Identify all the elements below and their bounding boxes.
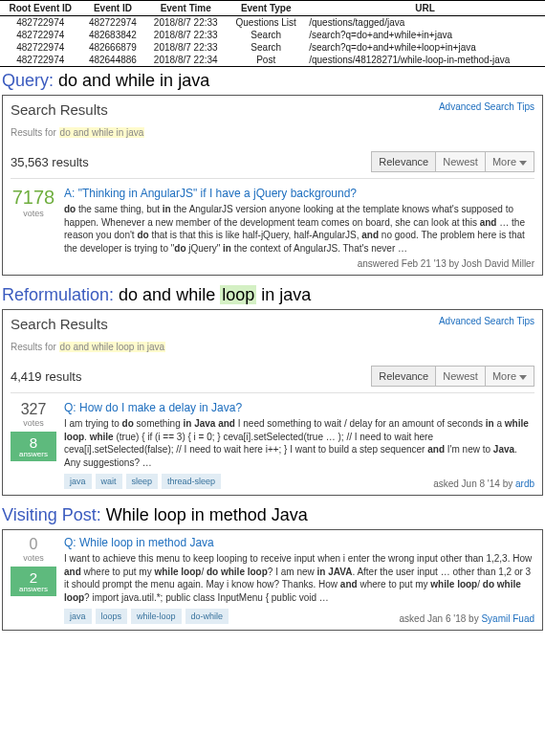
tag[interactable]: java	[64, 609, 92, 624]
event-table: Root Event ID Event ID Event Time Event …	[0, 0, 545, 67]
sort-group: Relevance Newest More	[372, 366, 534, 387]
section-label-visiting: Visiting Post: While loop in method Java	[0, 501, 545, 527]
panel-reformulation-results: Search Results Advanced Search Tips Resu…	[2, 309, 543, 496]
table-row: 4827229744826448862018/8/7 22:34Post/que…	[0, 54, 545, 67]
result-meta: asked Jan 6 '18 by Syamil Fuad	[400, 613, 534, 624]
result-title-link[interactable]: A: "Thinking in AngularJS" if I have a j…	[64, 187, 534, 200]
answers-badge: 8 answers	[11, 432, 56, 461]
sort-more-button[interactable]: More	[485, 366, 534, 387]
section-label-reformulation: Reformulation: do and while loop in java	[0, 281, 545, 307]
result-excerpt: I want to achieve this menu to keep loop…	[64, 552, 534, 604]
chevron-down-icon	[519, 375, 527, 380]
vote-count: 0	[11, 536, 56, 553]
sort-relevance-button[interactable]: Relevance	[371, 151, 436, 172]
tag[interactable]: loops	[96, 609, 128, 624]
sort-more-button[interactable]: More	[485, 151, 534, 172]
event-table-header: Root Event ID Event ID Event Time Event …	[0, 1, 545, 16]
result-excerpt: I am trying to do something in Java and …	[64, 417, 534, 469]
search-result: 0 votes 2 answers Q: While loop in metho…	[11, 536, 534, 624]
tag[interactable]: sleep	[126, 474, 159, 489]
table-row: 4827229744827229742018/8/7 22:33Question…	[0, 16, 545, 30]
tag[interactable]: while-loop	[131, 609, 182, 624]
sort-group: Relevance Newest More	[372, 151, 534, 172]
sort-newest-button[interactable]: Newest	[435, 151, 486, 172]
tag[interactable]: thread-sleep	[162, 474, 221, 489]
result-title-link[interactable]: Q: While loop in method Java	[64, 536, 534, 549]
results-count: 4,419 results	[11, 369, 81, 384]
panel-visiting-post: 0 votes 2 answers Q: While loop in metho…	[2, 529, 543, 631]
tag-list: javaloopswhile-loopdo-while	[64, 609, 229, 624]
result-title-link[interactable]: Q: How do I make a delay in Java?	[64, 401, 534, 414]
author-link[interactable]: Josh David Miller	[462, 258, 534, 269]
answers-badge: 2 answers	[11, 567, 56, 596]
vote-count: 327	[11, 401, 56, 418]
advanced-search-tips-link[interactable]: Advanced Search Tips	[439, 101, 534, 112]
sort-relevance-button[interactable]: Relevance	[371, 366, 436, 387]
tag[interactable]: wait	[96, 474, 122, 489]
section-label-query: Query: do and while in java	[0, 67, 545, 93]
chevron-down-icon	[519, 161, 527, 166]
panel-query-results: Search Results Advanced Search Tips Resu…	[2, 95, 543, 276]
advanced-search-tips-link[interactable]: Advanced Search Tips	[439, 316, 534, 326]
result-stats: 7178 votes	[11, 187, 56, 269]
table-row: 4827229744826668792018/8/7 22:33Search/s…	[0, 41, 545, 54]
search-result: 327 votes 8 answers Q: How do I make a d…	[11, 401, 534, 489]
result-excerpt: do the same thing, but in the AngularJS …	[64, 203, 534, 255]
diff-highlight: loop	[220, 285, 256, 304]
tag[interactable]: do-while	[185, 609, 229, 624]
search-results-heading: Search Results	[11, 316, 108, 332]
results-for-text: Results for do and while in java	[11, 127, 534, 138]
table-row: 4827229744826838422018/8/7 22:33Search/s…	[0, 29, 545, 41]
results-for-text: Results for do and while loop in java	[11, 342, 534, 352]
tag-list: javawaitsleepthread-sleep	[64, 474, 221, 489]
result-meta: answered Feb 21 '13 by Josh David Miller	[64, 258, 534, 269]
tag[interactable]: java	[64, 474, 92, 489]
result-stats: 0 votes 2 answers	[11, 536, 56, 624]
sort-newest-button[interactable]: Newest	[435, 366, 486, 387]
results-count: 35,563 results	[11, 155, 89, 169]
author-link[interactable]: Syamil Fuad	[481, 613, 534, 624]
author-link[interactable]: ardb	[515, 478, 534, 489]
vote-count: 7178	[11, 187, 56, 209]
result-meta: asked Jun 8 '14 by ardb	[433, 478, 534, 489]
result-stats: 327 votes 8 answers	[11, 401, 56, 489]
search-result: 7178 votes A: "Thinking in AngularJS" if…	[11, 187, 534, 269]
search-results-heading: Search Results	[11, 101, 108, 118]
